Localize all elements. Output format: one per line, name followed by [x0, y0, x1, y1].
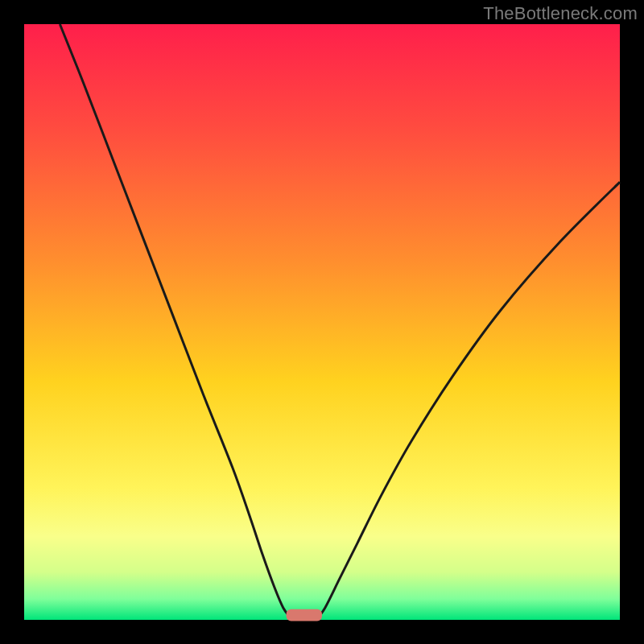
bottleneck-marker: [287, 609, 322, 621]
plot-background: [24, 24, 620, 620]
chart-frame: TheBottleneck.com: [0, 0, 644, 644]
watermark-text: TheBottleneck.com: [483, 3, 638, 24]
bottleneck-chart: [0, 0, 644, 644]
